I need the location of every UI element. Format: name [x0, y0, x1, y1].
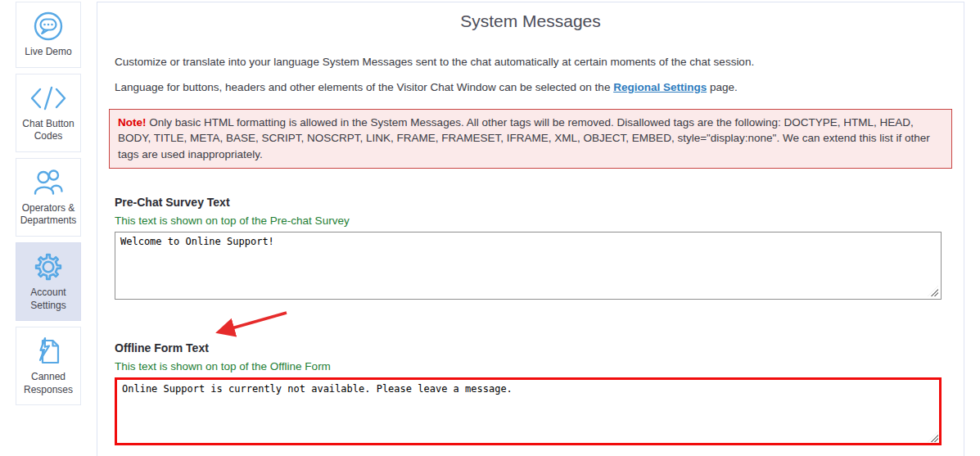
sidebar-item-label: Operators & Departments	[19, 202, 78, 228]
code-icon	[29, 82, 67, 115]
note-label: Note!	[118, 116, 147, 129]
chat-bubble-icon	[29, 10, 67, 43]
people-icon	[29, 166, 67, 199]
note-text: Only basic HTML formatting is allowed in…	[118, 116, 930, 160]
page-title: System Messages	[97, 11, 964, 31]
sidebar: Live Demo Chat Button Codes Operators & …	[16, 2, 81, 411]
annotation-arrow-icon	[210, 309, 291, 338]
sidebar-item-operators-departments[interactable]: Operators & Departments	[16, 158, 81, 237]
pre-chat-survey-textarea-wrap: Welcome to Online Support!	[115, 232, 942, 300]
intro-text-1: Customize or translate into your languag…	[115, 55, 942, 70]
offline-form-hint: This text is shown on top of the Offline…	[115, 360, 964, 372]
sidebar-item-canned-responses[interactable]: Canned Responses	[16, 327, 81, 405]
main-panel: System Messages Customize or translate i…	[97, 2, 964, 456]
lightning-document-icon	[29, 335, 67, 368]
offline-form-textarea-wrap: Online Support is currently not availabl…	[115, 377, 942, 445]
pre-chat-survey-textarea[interactable]: Welcome to Online Support!	[115, 232, 942, 300]
note-box: Note! Only basic HTML formatting is allo…	[109, 109, 952, 169]
sidebar-item-chat-button-codes[interactable]: Chat Button Codes	[16, 74, 81, 152]
sidebar-item-live-demo[interactable]: Live Demo	[16, 2, 81, 68]
pre-chat-survey-hint: This text is shown on top of the Pre-cha…	[115, 214, 964, 227]
sidebar-item-label: Canned Responses	[19, 371, 78, 396]
pre-chat-survey-heading: Pre-Chat Survey Text	[115, 196, 964, 209]
offline-form-heading: Offline Form Text	[115, 341, 964, 354]
sidebar-item-label: Chat Button Codes	[19, 118, 78, 143]
sidebar-item-label: Account Settings	[19, 287, 78, 312]
sidebar-item-account-settings[interactable]: Account Settings	[16, 242, 81, 321]
intro-text-2-suffix: page.	[707, 81, 738, 93]
sidebar-item-label: Live Demo	[25, 46, 71, 59]
offline-form-textarea[interactable]: Online Support is currently not availabl…	[115, 377, 942, 445]
intro-text-2-prefix: Language for buttons, headers and other …	[115, 81, 613, 93]
section-pre-chat-survey: Pre-Chat Survey Text This text is shown …	[97, 196, 964, 300]
regional-settings-link[interactable]: Regional Settings	[613, 81, 707, 93]
section-offline-form: Offline Form Text This text is shown on …	[97, 341, 964, 445]
intro-text-2: Language for buttons, headers and other …	[115, 80, 942, 96]
gear-icon	[29, 251, 67, 283]
